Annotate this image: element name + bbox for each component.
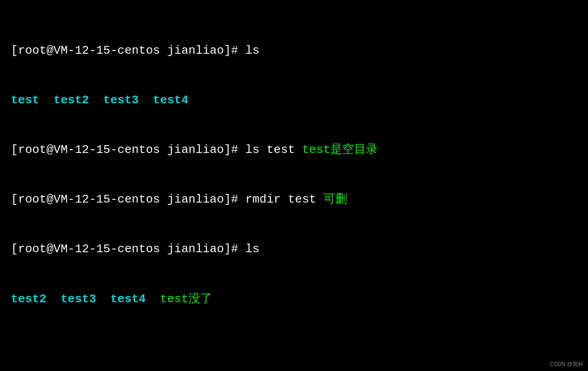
line-1: [root@VM-12-15-centos jianliao]# ls xyxy=(11,42,577,59)
prompt-3: [root@VM-12-15-centos jianliao]# xyxy=(11,143,245,157)
annotation-3: test是空目录 xyxy=(302,143,378,157)
ls-output-1: test test2 test3 test4 xyxy=(11,93,188,107)
prompt-5: [root@VM-12-15-centos jianliao]# xyxy=(11,242,245,256)
ls-output-2: test2 test3 test4 xyxy=(11,292,160,306)
cmd: ls xyxy=(245,44,259,57)
line-6: test2 test3 test4 test没了 xyxy=(11,291,577,307)
cmd-5: ls xyxy=(245,242,259,256)
watermark: CSDN @简科 xyxy=(550,361,583,368)
line-4: [root@VM-12-15-centos jianliao]# rmdir t… xyxy=(11,191,577,208)
empty-1 xyxy=(11,341,577,357)
terminal: [root@VM-12-15-centos jianliao]# ls test… xyxy=(11,9,577,371)
annotation-6: test没了 xyxy=(160,292,212,306)
line-2: test test2 test3 test4 xyxy=(11,92,577,108)
line-5: [root@VM-12-15-centos jianliao]# ls xyxy=(11,241,577,257)
prompt: [root@VM-12-15-centos jianliao]# xyxy=(11,44,245,57)
line-3: [root@VM-12-15-centos jianliao]# ls test… xyxy=(11,142,577,158)
cmd-4: rmdir test xyxy=(245,193,324,206)
prompt-4: [root@VM-12-15-centos jianliao]# xyxy=(11,193,245,206)
cmd-3: ls test xyxy=(245,143,302,157)
annotation-4: 可删 xyxy=(324,193,347,206)
